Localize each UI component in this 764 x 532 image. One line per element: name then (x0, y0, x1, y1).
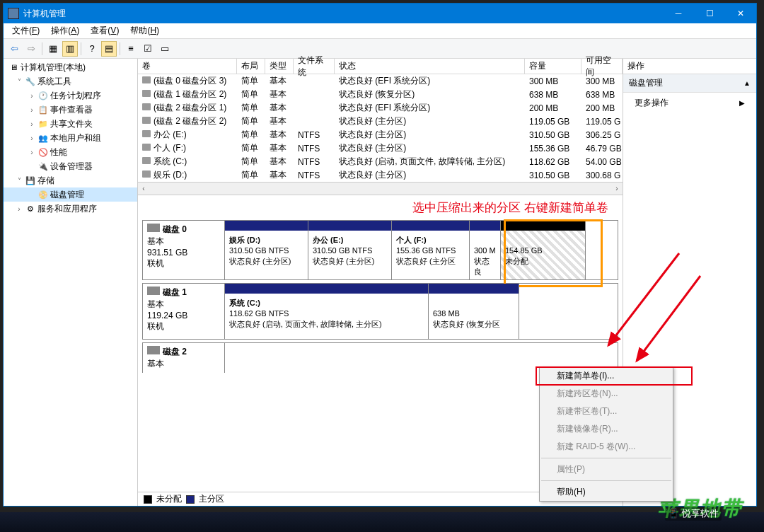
window-title: 计算机管理 (23, 8, 663, 20)
tree-root[interactable]: 🖥计算机管理(本地) (4, 60, 137, 74)
disk-icon (147, 346, 160, 354)
table-row[interactable]: (磁盘 2 磁盘分区 1)简单基本状态良好 (EFI 系统分区)200 MB20… (138, 101, 623, 115)
toolbar-btn-2[interactable]: ▥ (62, 41, 78, 57)
table-row[interactable]: (磁盘 0 磁盘分区 3)简单基本状态良好 (EFI 系统分区)300 MB30… (138, 74, 623, 88)
toolbar-btn-1[interactable]: ▦ (45, 41, 61, 57)
col-status[interactable]: 状态 (335, 59, 525, 74)
nav-tree[interactable]: 🖥计算机管理(本地) ˅🔧系统工具 ›🕐任务计划程序 ›📋事件查看器 ›📁共享文… (4, 59, 138, 506)
menubar: 文件(F) 操作(A) 查看(V) 帮助(H) (4, 23, 756, 39)
disk1: 磁盘 1 基本119.24 GB联机 系统 (C:)118.62 GB NTFS… (142, 283, 618, 340)
table-row[interactable]: 系统 (C:)简单基本NTFS状态良好 (启动, 页面文件, 故障转储, 主分区… (138, 155, 623, 168)
disk0: 磁盘 0 基本931.51 GB联机 娱乐 (D:)310.50 GB NTFS… (142, 220, 618, 280)
toolbar-btn-5[interactable]: ≡ (123, 41, 139, 57)
tree-services[interactable]: ›⚙服务和应用程序 (4, 202, 137, 216)
ctx-new-striped-volume[interactable]: 新建带区卷(T)... (540, 403, 673, 420)
tree-devmgr[interactable]: 🔌设备管理器 (4, 159, 137, 173)
table-row[interactable]: 娱乐 (D:)简单基本NTFS状态良好 (主分区)310.50 GB300.68… (138, 168, 623, 182)
ctx-new-raid5-volume[interactable]: 新建 RAID-5 卷(W)... (540, 438, 673, 456)
minimize-button[interactable]: ─ (663, 4, 694, 23)
tree-diskmgmt[interactable]: 📀磁盘管理 (4, 187, 137, 202)
partition[interactable]: 300 M状态良 (470, 221, 501, 279)
table-row[interactable]: (磁盘 2 磁盘分区 2)简单基本状态良好 (主分区)119.05 GB119.… (138, 115, 623, 128)
ctx-properties[interactable]: 属性(P) (540, 461, 673, 478)
toolbar-btn-6[interactable]: ☑ (140, 41, 156, 57)
partition[interactable]: 系统 (C:)118.62 GB NTFS状态良好 (启动, 页面文件, 故障转… (225, 284, 429, 339)
maximize-button[interactable]: ☐ (694, 4, 725, 23)
col-capacity[interactable]: 容量 (525, 59, 581, 74)
col-volume[interactable]: 卷 (138, 59, 237, 74)
col-fs[interactable]: 文件系统 (294, 59, 335, 74)
table-row[interactable]: 办公 (E:)简单基本NTFS状态良好 (主分区)310.50 GB306.25… (138, 128, 623, 141)
col-type[interactable]: 类型 (265, 59, 294, 74)
actions-section-diskmgmt[interactable]: 磁盘管理▲ (623, 74, 756, 93)
actions-header: 操作 (623, 59, 756, 74)
watermark-sub: 📱 悦享软件 (665, 507, 722, 521)
menu-action[interactable]: 操作(A) (45, 23, 85, 38)
menu-file[interactable]: 文件(F) (6, 23, 45, 38)
partition[interactable]: 个人 (F:)155.36 GB NTFS状态良好 (主分区 (392, 221, 470, 279)
ctx-new-mirror-volume[interactable]: 新建镜像卷(R)... (540, 420, 673, 438)
toolbar-btn-3[interactable]: ? (84, 41, 100, 57)
partition[interactable]: 638 MB状态良好 (恢复分区 (429, 284, 519, 339)
tree-users[interactable]: ›👥本地用户和组 (4, 131, 137, 145)
disk-icon (147, 224, 160, 232)
tree-shared[interactable]: ›📁共享文件夹 (4, 117, 137, 131)
close-button[interactable]: ✕ (725, 4, 756, 23)
titlebar: 计算机管理 ─ ☐ ✕ (4, 4, 756, 23)
table-row[interactable]: 个人 (F:)简单基本NTFS状态良好 (主分区)155.36 GB46.79 … (138, 141, 623, 155)
ctx-new-spanned-volume[interactable]: 新建跨区卷(N)... (540, 385, 673, 403)
actions-more[interactable]: 更多操作▶ (623, 93, 756, 113)
list-header: 卷 布局 类型 文件系统 状态 容量 可用空间 (138, 59, 623, 74)
tree-task[interactable]: ›🕐任务计划程序 (4, 88, 137, 103)
volume-list: 卷 布局 类型 文件系统 状态 容量 可用空间 (磁盘 0 磁盘分区 3)简单基… (138, 59, 623, 183)
forward-button[interactable]: ⇨ (23, 41, 39, 57)
back-button[interactable]: ⇦ (6, 41, 22, 57)
toolbar: ⇦ ⇨ ▦ ▥ ? ▤ ≡ ☑ ▭ (4, 39, 756, 59)
disk-icon (147, 287, 160, 295)
tree-event[interactable]: ›📋事件查看器 (4, 103, 137, 117)
ctx-help[interactable]: 帮助(H) (540, 483, 673, 501)
table-row[interactable]: (磁盘 1 磁盘分区 2)简单基本状态良好 (恢复分区)638 MB638 MB (138, 88, 623, 101)
tree-perf[interactable]: ›🚫性能 (4, 145, 137, 159)
h-scroll[interactable]: ‹› (138, 183, 623, 195)
tree-systools[interactable]: ˅🔧系统工具 (4, 74, 137, 88)
col-free[interactable]: 可用空间 (581, 59, 623, 74)
menu-view[interactable]: 查看(V) (85, 23, 125, 38)
ctx-new-simple-volume[interactable]: 新建简单卷(I)... (540, 367, 673, 385)
partition[interactable]: 154.85 GB未分配 (501, 221, 586, 279)
col-layout[interactable]: 布局 (237, 59, 265, 74)
app-icon (8, 8, 19, 19)
tree-storage[interactable]: ˅💾存储 (4, 173, 137, 187)
menu-help[interactable]: 帮助(H) (125, 23, 165, 38)
partition[interactable]: 娱乐 (D:)310.50 GB NTFS状态良好 (主分区) (225, 221, 308, 279)
annotation-text: 选中压缩出来的分区 右键新建简单卷 (138, 195, 623, 217)
context-menu: 新建简单卷(I)... 新建跨区卷(N)... 新建带区卷(T)... 新建镜像… (539, 366, 673, 502)
partition[interactable]: 办公 (E:)310.50 GB NTFS状态良好 (主分区) (308, 221, 392, 279)
toolbar-btn-7[interactable]: ▭ (157, 41, 173, 57)
toolbar-btn-4[interactable]: ▤ (101, 41, 117, 57)
